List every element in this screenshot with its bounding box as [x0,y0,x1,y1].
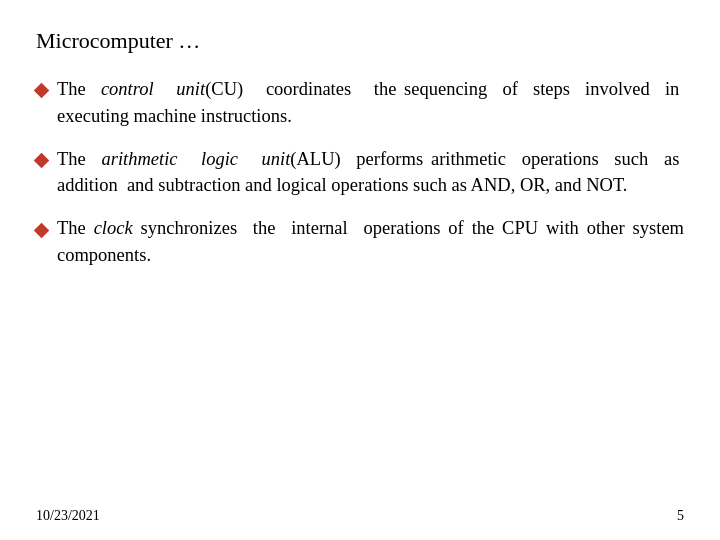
bullet-3-italic: clock [94,218,133,238]
bullet-3-prefix-normal: The [57,218,94,238]
bullet-content-2: The arithmetic logic unit(ALU) performs … [57,146,684,200]
bullet-item-2: The arithmetic logic unit(ALU) performs … [36,146,684,200]
bullet-list: The control unit(CU) coordinates the seq… [36,76,684,269]
bullet-diamond-3 [36,216,51,242]
slide-footer: 10/23/2021 5 [36,508,684,524]
bullet-diamond-1 [36,77,51,103]
footer-page: 5 [677,508,684,524]
bullet-2-italic: arithmetic logic unit [101,149,290,169]
bullet-item-1: The control unit(CU) coordinates the seq… [36,76,684,130]
bullet-2-prefix-normal: The [57,149,101,169]
bullet-content-3: The clock synchronizes the internal oper… [57,215,684,269]
bullet-content-1: The control unit(CU) coordinates the seq… [57,76,684,130]
slide-container: Microcomputer … The control unit(CU) coo… [0,0,720,540]
footer-date: 10/23/2021 [36,508,100,524]
bullet-1-italic: control unit [101,79,205,99]
bullet-diamond-2 [36,147,51,173]
slide-title: Microcomputer … [36,28,684,54]
bullet-item-3: The clock synchronizes the internal oper… [36,215,684,269]
bullet-1-prefix-normal: The [57,79,101,99]
bullet-3-suffix: synchronizes the internal operations of … [57,218,684,265]
